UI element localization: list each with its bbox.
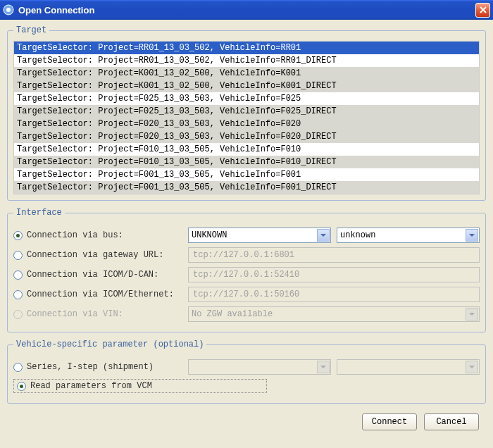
target-group: Target TargetSelector: Project=RR01_13_0… <box>7 25 486 201</box>
interface-legend: Interface <box>13 208 65 218</box>
button-row: Connect Cancel <box>7 411 486 433</box>
target-row[interactable]: TargetSelector: Project=F010_13_03_505, … <box>14 143 479 156</box>
series-combo-1 <box>188 359 331 375</box>
eth-label: Connection via ICOM/Ethernet: <box>27 290 174 299</box>
bus-label: Connection via bus: <box>27 230 123 240</box>
chevron-down-icon <box>317 361 330 373</box>
radio-icon <box>13 270 23 280</box>
bus-combo-1[interactable]: UNKNOWN <box>188 228 331 243</box>
chevron-down-icon <box>466 308 478 321</box>
target-row[interactable]: TargetSelector: Project=RR01_13_03_502, … <box>14 42 479 54</box>
series-label: Series, I-step (shipment) <box>27 362 154 372</box>
target-row[interactable]: TargetSelector: Project=F010_13_03_505, … <box>14 156 479 168</box>
radio-icon <box>13 363 23 372</box>
target-row[interactable]: TargetSelector: Project=F025_13_03_503, … <box>14 105 479 118</box>
radio-icon <box>13 310 23 319</box>
target-row[interactable]: TargetSelector: Project=F020_13_03_503, … <box>14 130 479 143</box>
chevron-down-icon <box>466 361 478 373</box>
close-button[interactable] <box>475 3 490 18</box>
gateway-option[interactable]: Connection via gateway URL: <box>13 250 182 260</box>
target-legend: Target <box>13 25 49 35</box>
eth-row: Connection via ICOM/Ethernet: tcp://127.… <box>13 287 480 302</box>
vin-option: Connection via VIN: <box>13 309 182 319</box>
target-row[interactable]: TargetSelector: Project=K001_13_02_500, … <box>14 80 479 92</box>
interface-group: Interface Connection via bus: UNKNOWN un… <box>7 208 486 332</box>
vehicle-legend: Vehicle-specific parameter (optional) <box>13 340 206 349</box>
vin-row: Connection via VIN: No ZGW available <box>13 306 480 322</box>
connect-button[interactable]: Connect <box>362 413 417 430</box>
bus-combo-1-value: UNKNOWN <box>192 230 227 240</box>
gateway-value: tcp://127.0.0.1:6801 <box>188 247 480 263</box>
gateway-label: Connection via gateway URL: <box>27 250 163 260</box>
gateway-row: Connection via gateway URL: tcp://127.0.… <box>13 247 480 263</box>
window-title: Open Connection <box>18 5 475 15</box>
target-row[interactable]: TargetSelector: Project=F001_13_03_505, … <box>14 181 479 194</box>
vin-label: Connection via VIN: <box>27 309 123 319</box>
radio-icon <box>13 231 23 240</box>
bus-row: Connection via bus: UNKNOWN unknown <box>13 228 480 243</box>
radio-icon <box>17 382 26 391</box>
svg-point-1 <box>6 8 11 12</box>
dcan-label: Connection via ICOM/D-CAN: <box>27 270 158 280</box>
target-row[interactable]: TargetSelector: Project=RR01_13_03_502, … <box>14 54 479 67</box>
eth-value: tcp://127.0.0.1:50160 <box>188 287 480 302</box>
vcm-label: Read parameters from VCM <box>30 381 152 391</box>
vin-combo: No ZGW available <box>188 306 480 322</box>
series-combo-2 <box>337 359 480 375</box>
dcan-option[interactable]: Connection via ICOM/D-CAN: <box>13 270 182 280</box>
target-row[interactable]: TargetSelector: Project=F001_13_03_505, … <box>14 168 479 181</box>
dcan-row: Connection via ICOM/D-CAN: tcp://127.0.0… <box>13 267 480 282</box>
app-icon <box>3 4 14 15</box>
titlebar: Open Connection <box>0 0 493 20</box>
target-row[interactable]: TargetSelector: Project=F020_13_03_503, … <box>14 118 479 130</box>
target-row[interactable]: TargetSelector: Project=F025_13_03_503, … <box>14 92 479 105</box>
eth-option[interactable]: Connection via ICOM/Ethernet: <box>13 290 182 299</box>
chevron-down-icon <box>317 229 330 242</box>
vcm-option[interactable]: Read parameters from VCM <box>13 379 267 393</box>
chevron-down-icon <box>466 229 478 242</box>
vcm-row: Read parameters from VCM <box>13 379 480 393</box>
vehicle-group: Vehicle-specific parameter (optional) Se… <box>7 340 486 404</box>
bus-combo-2-value: unknown <box>340 230 375 240</box>
radio-icon <box>13 251 23 260</box>
bus-combo-2[interactable]: unknown <box>337 228 480 243</box>
content: Target TargetSelector: Project=RR01_13_0… <box>0 20 493 439</box>
vin-value: No ZGW available <box>192 309 273 319</box>
bus-option[interactable]: Connection via bus: <box>13 230 182 240</box>
radio-icon <box>13 290 23 299</box>
series-row: Series, I-step (shipment) <box>13 359 480 375</box>
target-row[interactable]: TargetSelector: Project=K001_13_02_500, … <box>14 67 479 80</box>
series-option[interactable]: Series, I-step (shipment) <box>13 362 182 372</box>
target-list[interactable]: TargetSelector: Project=RR01_13_03_502, … <box>13 41 480 194</box>
cancel-button[interactable]: Cancel <box>424 413 479 430</box>
dcan-value: tcp://127.0.0.1:52410 <box>188 267 480 282</box>
